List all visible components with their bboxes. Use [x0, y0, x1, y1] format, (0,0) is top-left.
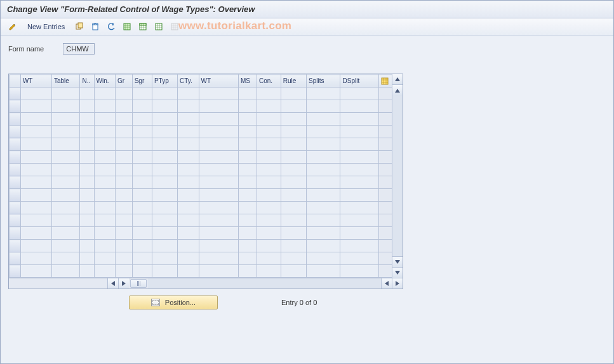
grid-cell[interactable]: [306, 265, 340, 278]
row-selector[interactable]: [10, 240, 21, 252]
select-block-icon[interactable]: [136, 20, 150, 33]
grid-cell[interactable]: [94, 265, 115, 278]
grid-cell[interactable]: [238, 138, 257, 151]
row-selector[interactable]: [10, 189, 21, 202]
grid-cell[interactable]: [51, 252, 80, 265]
col-header-ptyp[interactable]: PTyp: [152, 75, 177, 88]
grid-cell[interactable]: [238, 113, 257, 126]
grid-cell[interactable]: [257, 214, 281, 227]
grid-cell[interactable]: [306, 126, 340, 138]
grid-cell[interactable]: [281, 214, 306, 227]
grid-cell[interactable]: [152, 227, 177, 240]
grid-cell[interactable]: [238, 202, 257, 214]
grid-cell[interactable]: [281, 252, 306, 265]
grid-cell[interactable]: [115, 113, 132, 126]
grid-cell[interactable]: [94, 113, 115, 126]
grid-cell[interactable]: [80, 88, 94, 100]
grid-cell[interactable]: [306, 138, 340, 151]
grid-cell[interactable]: [115, 164, 132, 176]
grid-cell[interactable]: [152, 252, 177, 265]
grid-cell[interactable]: [199, 202, 238, 214]
grid-cell[interactable]: [306, 240, 340, 252]
col-header-win[interactable]: Win.: [94, 75, 115, 88]
grid-cell[interactable]: [20, 164, 51, 176]
grid-cell[interactable]: [80, 176, 94, 189]
grid-cell[interactable]: [178, 126, 199, 138]
grid-cell[interactable]: [340, 265, 378, 278]
grid-cell[interactable]: [178, 227, 199, 240]
grid-cell[interactable]: [132, 138, 152, 151]
col-header-sgr[interactable]: Sgr: [132, 75, 152, 88]
grid-cell[interactable]: [80, 189, 94, 202]
grid-cell[interactable]: [20, 88, 51, 100]
scroll-down-icon[interactable]: [392, 267, 403, 278]
grid-cell[interactable]: [281, 113, 306, 126]
row-selector[interactable]: [10, 100, 21, 113]
grid-cell[interactable]: [199, 126, 238, 138]
grid-cell[interactable]: [340, 151, 378, 164]
grid-cell[interactable]: [115, 126, 132, 138]
configure-columns-icon[interactable]: [378, 75, 392, 88]
grid-cell[interactable]: [132, 227, 152, 240]
grid-cell[interactable]: [132, 151, 152, 164]
col-header-table[interactable]: Table: [51, 75, 80, 88]
grid-cell[interactable]: [152, 138, 177, 151]
grid-cell[interactable]: [257, 138, 281, 151]
grid-cell[interactable]: [199, 240, 238, 252]
grid-cell[interactable]: [340, 202, 378, 214]
grid-cell[interactable]: [257, 252, 281, 265]
grid-cell[interactable]: [80, 227, 94, 240]
row-selector[interactable]: [10, 252, 21, 265]
grid-cell[interactable]: [238, 126, 257, 138]
grid-cell[interactable]: [199, 227, 238, 240]
row-selector[interactable]: [10, 126, 21, 138]
grid-cell[interactable]: [94, 126, 115, 138]
grid-cell[interactable]: [281, 240, 306, 252]
grid-cell[interactable]: [94, 100, 115, 113]
grid-cell[interactable]: [94, 189, 115, 202]
grid-cell[interactable]: [94, 151, 115, 164]
grid-cell[interactable]: [20, 265, 51, 278]
grid-cell[interactable]: [51, 202, 80, 214]
grid-cell[interactable]: [132, 126, 152, 138]
grid-cell[interactable]: [51, 176, 80, 189]
grid-cell[interactable]: [178, 113, 199, 126]
grid-cell[interactable]: [115, 202, 132, 214]
grid-cell[interactable]: [340, 113, 378, 126]
grid-cell[interactable]: [94, 202, 115, 214]
grid-cell[interactable]: [152, 126, 177, 138]
grid-cell[interactable]: [20, 252, 51, 265]
grid-cell[interactable]: [340, 227, 378, 240]
grid-cell[interactable]: [80, 126, 94, 138]
grid-cell[interactable]: [20, 240, 51, 252]
grid-cell[interactable]: [340, 164, 378, 176]
grid-cell[interactable]: [257, 151, 281, 164]
grid-cell[interactable]: [51, 113, 80, 126]
grid-cell[interactable]: [132, 214, 152, 227]
form-name-field[interactable]: CHMW: [63, 43, 94, 55]
grid-cell[interactable]: [281, 126, 306, 138]
grid-cell[interactable]: [238, 252, 257, 265]
grid-cell[interactable]: [306, 252, 340, 265]
grid-cell[interactable]: [115, 100, 132, 113]
scroll-right-end-icon[interactable]: [392, 278, 403, 289]
grid-cell[interactable]: [306, 202, 340, 214]
undo-change-icon[interactable]: [104, 20, 118, 33]
grid-cell[interactable]: [51, 151, 80, 164]
grid-cell[interactable]: [257, 202, 281, 214]
toggle-display-change-icon[interactable]: [6, 20, 20, 33]
grid-cell[interactable]: [281, 202, 306, 214]
grid-cell[interactable]: [51, 240, 80, 252]
grid-cell[interactable]: [132, 100, 152, 113]
grid-cell[interactable]: [20, 138, 51, 151]
grid-cell[interactable]: [199, 100, 238, 113]
grid-cell[interactable]: [306, 88, 340, 100]
grid-cell[interactable]: [94, 252, 115, 265]
grid-cell[interactable]: [80, 151, 94, 164]
grid-cell[interactable]: [257, 176, 281, 189]
grid-cell[interactable]: [152, 151, 177, 164]
grid-cell[interactable]: [152, 202, 177, 214]
grid-cell[interactable]: [51, 88, 80, 100]
grid-cell[interactable]: [20, 227, 51, 240]
grid-cell[interactable]: [132, 240, 152, 252]
